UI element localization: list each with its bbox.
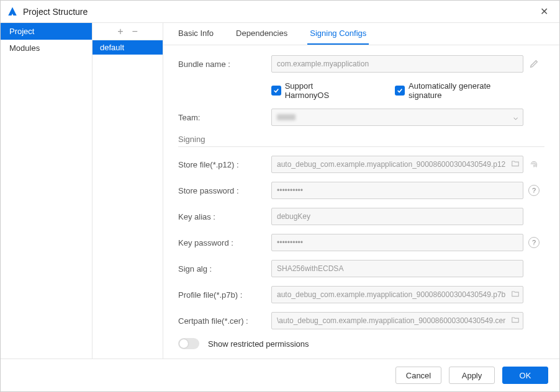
row-certpath-file: Certpath file(*.cer) :	[178, 312, 544, 329]
checkbox-auto-signature[interactable]: Automatically generate signature	[395, 81, 523, 100]
window-body: Project Modules + − default Basic Info D…	[1, 23, 559, 359]
key-alias-label: Key alias :	[178, 212, 271, 221]
row-restricted-permissions: Show restricted permissions	[178, 338, 544, 349]
window-title: Project Structure	[23, 7, 88, 17]
restricted-permissions-toggle[interactable]	[178, 338, 199, 349]
certpath-file-input[interactable]	[271, 312, 523, 329]
signing-section-title: Signing	[178, 135, 544, 144]
app-logo-icon	[7, 6, 18, 17]
apply-button[interactable]: Apply	[449, 367, 495, 384]
config-list-toolbar: + −	[93, 23, 163, 40]
row-team: Team: ⌵	[178, 109, 544, 126]
key-password-input[interactable]	[271, 234, 523, 251]
store-password-label: Store password :	[178, 186, 271, 195]
project-structure-window: Project Structure ✕ Project Modules + − …	[0, 0, 560, 392]
close-icon[interactable]: ✕	[535, 3, 553, 20]
profile-file-label: Profile file(*.p7b) :	[178, 290, 271, 300]
sign-alg-label: Sign alg :	[178, 264, 271, 274]
team-select[interactable]: ⌵	[271, 109, 523, 126]
sign-alg-input[interactable]	[271, 260, 523, 277]
main-panel: Basic Info Dependencies Signing Configs …	[163, 23, 559, 359]
tab-basic-info[interactable]: Basic Info	[176, 23, 216, 45]
remove-config-icon[interactable]: −	[132, 26, 138, 37]
folder-icon[interactable]	[511, 290, 520, 300]
sidebar-item-modules[interactable]: Modules	[1, 40, 92, 56]
tabs: Basic Info Dependencies Signing Configs	[163, 23, 559, 45]
cancel-button[interactable]: Cancel	[395, 367, 441, 384]
config-item-default[interactable]: default	[93, 40, 163, 55]
auto-signature-label: Automatically generate signature	[409, 81, 523, 100]
bundle-name-label: Bundle name :	[178, 60, 271, 69]
sidebar-item-project[interactable]: Project	[1, 23, 92, 40]
row-bundle-name: Bundle name :	[178, 55, 544, 73]
edit-bundle-icon[interactable]	[523, 59, 544, 69]
ok-button[interactable]: OK	[502, 367, 548, 384]
support-harmonyos-label: Support HarmonyOS	[285, 81, 358, 100]
folder-icon[interactable]	[511, 316, 520, 326]
titlebar: Project Structure ✕	[1, 1, 559, 23]
row-sign-alg: Sign alg :	[178, 260, 544, 277]
checkmark-icon	[271, 86, 281, 96]
tab-signing-configs[interactable]: Signing Configs	[307, 23, 369, 45]
row-store-password: Store password : ?	[178, 182, 544, 199]
team-value-redacted	[277, 114, 296, 120]
row-checkboxes: Support HarmonyOS Automatically generate…	[178, 81, 544, 100]
bundle-name-input[interactable]	[271, 55, 523, 73]
certpath-file-label: Certpath file(*.cer) :	[178, 316, 271, 326]
chevron-down-icon: ⌵	[513, 113, 518, 122]
row-store-file: Store file(*.p12) :	[178, 156, 544, 173]
help-icon[interactable]: ?	[528, 185, 540, 196]
sidebar: Project Modules	[1, 23, 93, 359]
footer: Cancel Apply OK	[1, 359, 559, 391]
help-icon[interactable]: ?	[528, 237, 540, 248]
form-area: Bundle name : S	[163, 45, 559, 359]
profile-file-input[interactable]	[271, 286, 523, 303]
config-list: + − default	[93, 23, 163, 359]
restricted-permissions-label: Show restricted permissions	[208, 339, 309, 349]
row-profile-file: Profile file(*.p7b) :	[178, 286, 544, 303]
fingerprint-icon[interactable]	[523, 159, 544, 170]
row-key-alias: Key alias :	[178, 208, 544, 225]
checkbox-support-harmonyos[interactable]: Support HarmonyOS	[271, 81, 358, 100]
checkmark-icon	[395, 86, 405, 96]
tab-dependencies[interactable]: Dependencies	[233, 23, 290, 45]
store-password-input[interactable]	[271, 182, 523, 199]
store-file-label: Store file(*.p12) :	[178, 160, 271, 169]
row-key-password: Key password : ?	[178, 234, 544, 251]
key-password-label: Key password :	[178, 238, 271, 247]
team-label: Team:	[178, 113, 271, 122]
add-config-icon[interactable]: +	[117, 26, 123, 37]
key-alias-input[interactable]	[271, 208, 523, 225]
divider	[178, 146, 544, 147]
folder-icon[interactable]	[511, 159, 520, 170]
store-file-input[interactable]	[271, 156, 523, 173]
